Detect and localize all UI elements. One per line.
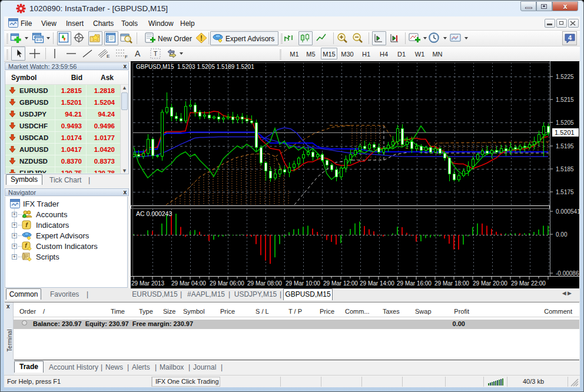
svg-text:0.00: 0.00	[556, 231, 568, 238]
svg-text:29 Mar 16:00: 29 Mar 16:00	[397, 280, 432, 287]
svg-text:29 Mar 10:00: 29 Mar 10:00	[286, 280, 320, 287]
svg-text:29 Mar 08:00: 29 Mar 08:00	[247, 280, 282, 287]
svg-text:1.5175: 1.5175	[556, 189, 574, 195]
svg-text:29 Mar 2013: 29 Mar 2013	[131, 280, 165, 287]
svg-text:0.000541: 0.000541	[556, 208, 579, 215]
svg-text:29 Mar 18:00: 29 Mar 18:00	[434, 280, 469, 287]
svg-text:1.5201: 1.5201	[555, 129, 575, 136]
svg-text:-0.00086: -0.00086	[556, 270, 579, 277]
svg-text:1.5225: 1.5225	[556, 74, 574, 80]
svg-text:29 Mar 06:00: 29 Mar 06:00	[210, 280, 244, 287]
svg-text:1.5185: 1.5185	[556, 166, 574, 172]
svg-text:29 Mar 22:00: 29 Mar 22:00	[511, 280, 546, 287]
svg-text:E: E	[107, 54, 110, 59]
svg-text:T: T	[154, 50, 158, 57]
svg-text:F: F	[125, 54, 128, 59]
svg-text:AC 0.000243: AC 0.000243	[136, 210, 172, 217]
svg-text:29 Mar 04:00: 29 Mar 04:00	[171, 280, 206, 287]
svg-text:1.5215: 1.5215	[556, 97, 574, 103]
svg-text:1.5195: 1.5195	[556, 143, 574, 150]
svg-text:!: !	[200, 34, 203, 42]
svg-text:GBPUSD,M15 1.5203 1.5205 1.51: GBPUSD,M15 1.5203 1.5205 1.5189 1.5201	[136, 64, 254, 70]
svg-text:29 Mar 12:00: 29 Mar 12:00	[323, 280, 358, 287]
svg-text:29 Mar 20:00: 29 Mar 20:00	[473, 280, 507, 287]
svg-text:4: 4	[568, 34, 572, 41]
svg-text:29 Mar 14:00: 29 Mar 14:00	[360, 280, 394, 287]
svg-text:1.5205: 1.5205	[556, 119, 574, 126]
